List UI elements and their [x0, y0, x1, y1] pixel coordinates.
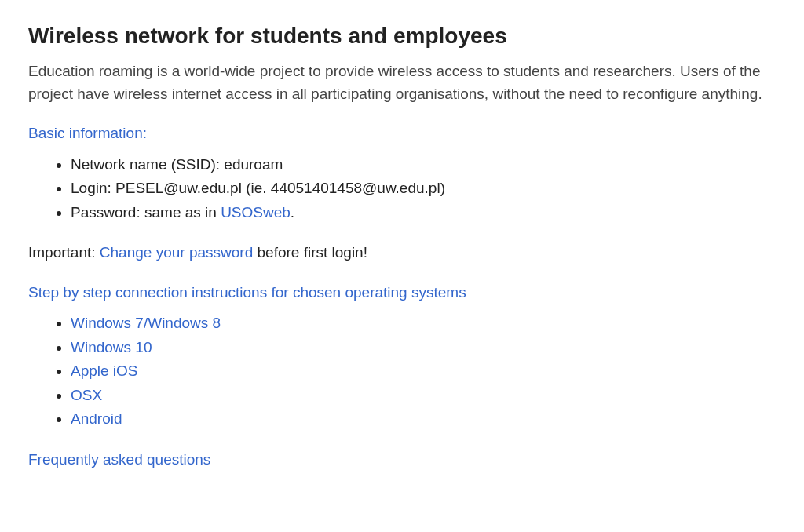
list-item: Password: same as in USOSweb. [71, 201, 776, 225]
important-tail: before first login! [253, 244, 367, 261]
password-suffix: . [291, 204, 294, 220]
ssid-label: Network name (SSID): [71, 156, 224, 173]
list-item: Network name (SSID): eduroam [71, 153, 776, 177]
list-item: Windows 10 [71, 336, 776, 360]
list-item: Android [71, 407, 776, 432]
basic-info-link[interactable]: Basic information: [28, 125, 147, 141]
page-title: Wireless network for students and employ… [28, 22, 776, 49]
os-link-osx[interactable]: OSX [71, 387, 102, 403]
password-label: Password: [71, 204, 144, 220]
change-password-link[interactable]: Change your password [100, 244, 253, 261]
faq-link[interactable]: Frequently asked questions [28, 451, 210, 468]
intro-paragraph: Edu­cation roam­ing is a world-wide proj… [28, 60, 776, 105]
list-item: Apple iOS [71, 359, 776, 384]
list-item: Windows 7/Windows 8 [71, 312, 776, 336]
important-lead: Important: [28, 244, 100, 261]
instructions-heading-link[interactable]: Step by step connection instructions for… [28, 284, 466, 301]
basic-info-heading: Basic information: [28, 122, 776, 145]
os-link-android[interactable]: Android [71, 410, 122, 427]
login-value: PESEL@uw.edu.pl (ie. 44051401458@uw.edu.… [115, 180, 445, 196]
ssid-value: eduroam [224, 156, 283, 173]
list-item: OSX [71, 384, 776, 408]
os-link-win10[interactable]: Windows 10 [71, 339, 152, 355]
list-item: Login: PESEL@uw.edu.pl (ie. 44051401458@… [71, 177, 776, 201]
password-prefix: same as in [144, 204, 221, 220]
usosweb-link[interactable]: USOSweb [221, 204, 291, 220]
basic-info-list: Network name (SSID): eduroam Login: PESE… [28, 153, 776, 225]
os-link-ios[interactable]: Apple iOS [71, 363, 138, 379]
instructions-list: Windows 7/Windows 8 Windows 10 Apple iOS… [28, 312, 776, 432]
instructions-heading: Step by step connection instructions for… [28, 282, 776, 304]
important-note: Important: Change your password before f… [28, 242, 776, 264]
login-label: Login: [71, 180, 115, 196]
os-link-win7-8[interactable]: Windows 7/Windows 8 [71, 315, 221, 331]
faq-heading: Frequently asked questions [28, 449, 776, 472]
